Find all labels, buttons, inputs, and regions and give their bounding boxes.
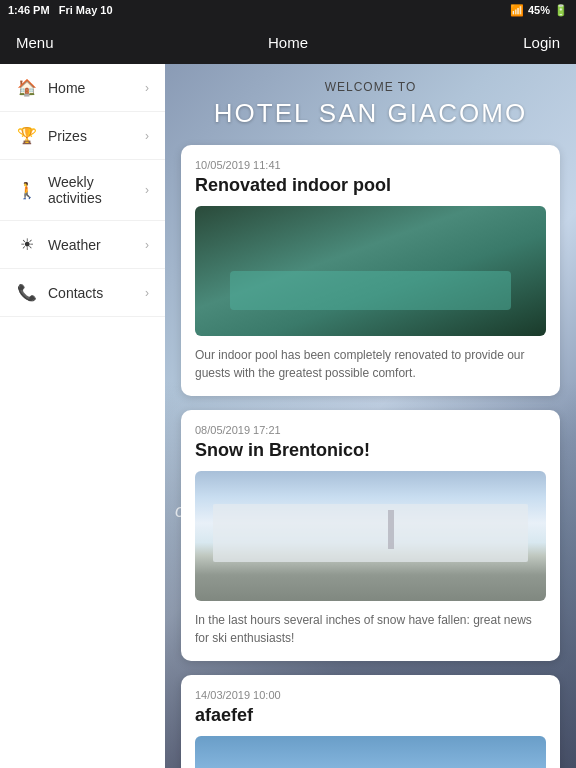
news-image-1 xyxy=(195,206,546,336)
chevron-right-icon: › xyxy=(145,286,149,300)
sidebar-label-weekly-activities: Weekly activities xyxy=(48,174,145,206)
app-container: 🏠 Home › 🏆 Prizes › 🚶 Weekly activities … xyxy=(0,64,576,768)
battery-display: 45% xyxy=(528,4,550,16)
snow-image xyxy=(195,471,546,601)
sidebar: 🏠 Home › 🏆 Prizes › 🚶 Weekly activities … xyxy=(0,64,165,768)
sidebar-item-weekly-activities[interactable]: 🚶 Weekly activities › xyxy=(0,160,165,221)
news-date-3: 14/03/2019 10:00 xyxy=(195,689,546,701)
sidebar-label-home: Home xyxy=(48,80,145,96)
status-time: 1:46 PM Fri May 10 xyxy=(8,4,113,16)
news-title-3: afaefef xyxy=(195,705,546,726)
battery-icon: 🔋 xyxy=(554,4,568,17)
pool-image xyxy=(195,206,546,336)
nav-title: Home xyxy=(268,34,308,51)
mountain-image xyxy=(195,736,546,768)
chevron-right-icon: › xyxy=(145,129,149,143)
news-desc-1: Our indoor pool has been completely reno… xyxy=(195,346,546,382)
status-icons: 📶 45% 🔋 xyxy=(510,4,568,17)
sidebar-item-home[interactable]: 🏠 Home › xyxy=(0,64,165,112)
weather-icon: ☀ xyxy=(16,235,38,254)
welcome-text: WELCOME TO xyxy=(181,80,560,94)
sidebar-item-weather[interactable]: ☀ Weather › xyxy=(0,221,165,269)
status-bar: 1:46 PM Fri May 10 📶 45% 🔋 xyxy=(0,0,576,20)
sidebar-item-contacts[interactable]: 📞 Contacts › xyxy=(0,269,165,317)
sidebar-label-prizes: Prizes xyxy=(48,128,145,144)
login-button[interactable]: Login xyxy=(523,34,560,51)
news-title-2: Snow in Brentonico! xyxy=(195,440,546,461)
news-desc-2: In the last hours several inches of snow… xyxy=(195,611,546,647)
trophy-icon: 🏆 xyxy=(16,126,38,145)
chevron-right-icon: › xyxy=(145,238,149,252)
news-card-3[interactable]: 14/03/2019 10:00 afaefef xyxy=(181,675,560,768)
walk-icon: 🚶 xyxy=(16,181,38,200)
nav-title-section: Home xyxy=(197,34,378,51)
news-date-1: 10/05/2019 11:41 xyxy=(195,159,546,171)
news-image-2 xyxy=(195,471,546,601)
chevron-right-icon: › xyxy=(145,183,149,197)
main-content[interactable]: otel St. Gia... WELCOME TO HOTEL SAN GIA… xyxy=(165,64,576,768)
menu-button[interactable]: Menu xyxy=(16,34,54,51)
home-icon: 🏠 xyxy=(16,78,38,97)
news-card-1[interactable]: 10/05/2019 11:41 Renovated indoor pool O… xyxy=(181,145,560,396)
date-display: Fri May 10 xyxy=(59,4,113,16)
hotel-title: HOTEL SAN GIACOMO xyxy=(181,98,560,129)
content-overlay: WELCOME TO HOTEL SAN GIACOMO 10/05/2019 … xyxy=(165,64,576,768)
wifi-icon: 📶 xyxy=(510,4,524,17)
nav-login[interactable]: Login xyxy=(379,34,576,51)
phone-icon: 📞 xyxy=(16,283,38,302)
news-image-3 xyxy=(195,736,546,768)
sidebar-label-weather: Weather xyxy=(48,237,145,253)
sidebar-label-contacts: Contacts xyxy=(48,285,145,301)
nav-bar: Menu Home Login xyxy=(0,20,576,64)
news-date-2: 08/05/2019 17:21 xyxy=(195,424,546,436)
chevron-right-icon: › xyxy=(145,81,149,95)
sidebar-item-prizes[interactable]: 🏆 Prizes › xyxy=(0,112,165,160)
nav-menu[interactable]: Menu xyxy=(0,34,197,51)
time-display: 1:46 PM xyxy=(8,4,50,16)
news-title-1: Renovated indoor pool xyxy=(195,175,546,196)
news-card-2[interactable]: 08/05/2019 17:21 Snow in Brentonico! In … xyxy=(181,410,560,661)
